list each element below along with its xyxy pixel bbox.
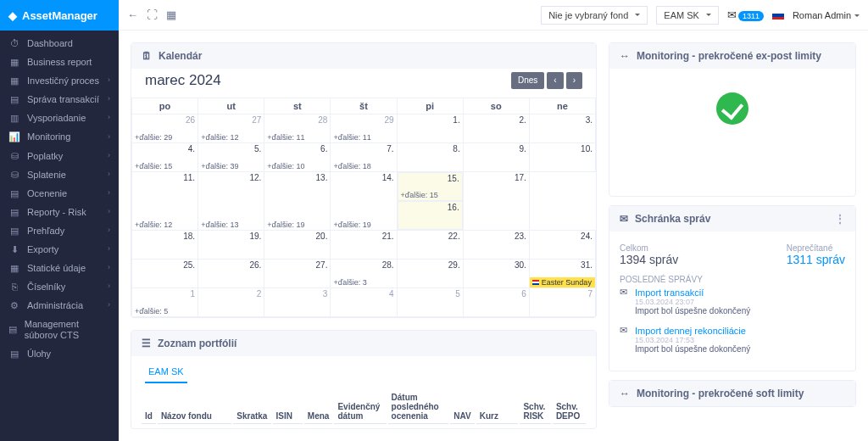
mail-icon[interactable]: ✉1311 [727, 8, 764, 21]
calendar-cell[interactable]: 30. [463, 260, 529, 288]
calendar-cell[interactable]: 23. [463, 231, 529, 260]
calendar-cell[interactable]: 3 [264, 288, 331, 317]
calendar-more-events[interactable]: +ďalšie: 39 [201, 162, 238, 170]
calendar-more-events[interactable]: +ďalšie: 11 [333, 133, 370, 142]
sidebar-item-preh-ady[interactable]: ▤Prehľady› [0, 221, 119, 240]
calendar-cell[interactable]: 1. [397, 114, 463, 143]
calendar-cell[interactable]: 12.+ďalšie: 13 [198, 172, 264, 231]
inbox-message[interactable]: Import transakcií15.03.2024 23:07Import … [620, 284, 845, 322]
fund-link[interactable]: Erste Asset Management GmbH, pobočka Slo… [161, 428, 222, 429]
calendar-cell[interactable]: 7.+ďalšie: 18 [331, 143, 397, 172]
message-title[interactable]: Import transakcií [635, 287, 845, 298]
calendar-cell[interactable]: 13.+ďalšie: 19 [264, 172, 331, 231]
calendar-more-events[interactable]: +ďalšie: 13 [201, 220, 238, 229]
calendar-cell[interactable]: 27+ďalšie: 12 [198, 114, 264, 143]
calendar-cell[interactable]: 26. [198, 260, 264, 288]
calendar-cell[interactable]: 3. [529, 114, 595, 143]
calendar-more-events[interactable]: +ďalšie: 3 [333, 278, 366, 287]
calendar-more-events[interactable]: +ďalšie: 15 [401, 191, 438, 199]
calendar-cell[interactable]: 19. [198, 231, 264, 260]
sidebar-item--seln-ky[interactable]: ⎘Číselníky› [0, 277, 119, 296]
sidebar-item-splatenie[interactable]: ⛁Splatenie› [0, 165, 119, 184]
today-button[interactable]: Dnes [511, 72, 544, 89]
calendar-cell[interactable]: 28+ďalšie: 11 [264, 114, 331, 143]
calendar-cell[interactable]: 15.+ďalšie: 15 [398, 172, 463, 201]
calendar-cell[interactable]: 2. [463, 114, 529, 143]
table-row[interactable]: 1Erste Asset Management GmbH, pobočka Sl… [142, 426, 586, 429]
calendar-cell[interactable]: 22. [397, 231, 463, 260]
inbox-message[interactable]: Import dennej rekonciliácie15.03.2024 17… [620, 322, 845, 360]
calendar-more-events[interactable]: +ďalšie: 5 [135, 307, 168, 315]
sidebar-item-statick-daje[interactable]: ▦Statické údaje› [0, 259, 119, 277]
calendar-cell[interactable]: 26+ďalšie: 29 [132, 114, 198, 143]
brand[interactable]: ◆ AssetManager [0, 0, 119, 31]
sidebar-item-poplatky[interactable]: ⛁Poplatky› [0, 147, 119, 165]
sidebar-item-business-report[interactable]: ▦Business report [0, 53, 119, 71]
next-month-button[interactable]: › [566, 72, 582, 89]
sidebar-item--lohy[interactable]: ▤Úlohy [0, 344, 119, 363]
calendar-more-events[interactable]: +ďalšie: 10 [267, 162, 304, 170]
calendar-cell[interactable]: 25. [132, 260, 198, 288]
calendar-more-events[interactable]: +ďalšie: 18 [333, 162, 370, 170]
sidebar-item-ocenenie[interactable]: ▤Ocenenie› [0, 184, 119, 203]
org-selector[interactable]: EAM SK [656, 6, 719, 25]
calendar-cell[interactable]: 9. [463, 143, 529, 172]
sidebar-item-exporty[interactable]: ⬇Exporty› [0, 240, 119, 259]
card-menu-icon[interactable]: ⋮ [835, 213, 845, 225]
sidebar-item-reporty-risk[interactable]: ▤Reporty - Risk› [0, 203, 119, 221]
calendar-cell[interactable]: 21. [331, 231, 397, 260]
nav-item-label: Reporty - Risk [27, 207, 86, 217]
calendar-cell[interactable]: 6.+ďalšie: 10 [264, 143, 331, 172]
calendar-cell[interactable]: 4 [331, 288, 397, 317]
calendar-cell[interactable]: 31.Easter Sunday [529, 260, 595, 288]
prev-month-button[interactable]: ‹ [547, 72, 563, 89]
user-menu[interactable]: Roman Admin [793, 10, 860, 20]
calendar-more-events[interactable]: +ďalšie: 19 [267, 220, 304, 229]
locale-flag-icon[interactable] [772, 11, 784, 20]
expand-icon[interactable]: ↔ [620, 50, 630, 62]
calendar-more-events[interactable]: +ďalšie: 11 [267, 133, 304, 142]
calendar-more-events[interactable]: +ďalšie: 12 [135, 220, 172, 229]
sidebar-item-vysporiadanie[interactable]: ▥Vysporiadanie› [0, 109, 119, 127]
message-title[interactable]: Import dennej rekonciliácie [635, 326, 845, 336]
calendar-cell[interactable]: 16. [398, 201, 463, 230]
calendar-more-events[interactable]: +ďalšie: 19 [333, 220, 370, 229]
calendar-cell[interactable]: 27. [264, 260, 331, 288]
calendar-cell[interactable]: 6 [463, 288, 529, 317]
brand-logo-icon: ◆ [8, 9, 17, 22]
calendar-cell[interactable]: 5 [397, 288, 463, 317]
inbox-unread-value[interactable]: 1311 správ [787, 253, 845, 266]
calendar-cell[interactable]: 28.+ďalšie: 3 [331, 260, 397, 288]
calendar-cell[interactable]: 29+ďalšie: 11 [331, 114, 397, 143]
calendar-event-bar[interactable]: Easter Sunday [530, 277, 595, 287]
sidebar-item-management-s-borov-cts[interactable]: ▤Management súborov CTS [0, 315, 119, 343]
calendar-cell[interactable]: 8. [397, 143, 463, 172]
calendar-cell[interactable]: 11.+ďalšie: 12 [132, 172, 198, 231]
sidebar-item-administr-cia[interactable]: ⚙Administrácia› [0, 296, 119, 315]
calendar-cell[interactable]: 14.+ďalšie: 19 [331, 172, 397, 231]
calendar-more-events[interactable]: +ďalšie: 12 [201, 133, 238, 142]
sidebar-item-investi-n-proces[interactable]: ▦Investičný proces› [0, 71, 119, 90]
fullscreen-icon[interactable]: ⛶ [147, 8, 158, 21]
sidebar-item-spr-va-transakci-[interactable]: ▤Správa transakcií› [0, 90, 119, 109]
calendar-cell[interactable]: 5.+ďalšie: 39 [198, 143, 264, 172]
calendar-cell[interactable]: 24. [529, 231, 595, 260]
calendar-cell[interactable]: 17. [463, 172, 529, 231]
calendar-cell[interactable]: 2 [198, 288, 264, 317]
expand-icon[interactable]: ↔ [620, 388, 630, 399]
calendar-cell[interactable]: 10. [529, 143, 595, 172]
calendar-cell[interactable]: 18. [132, 231, 198, 260]
calendar-cell[interactable]: 1+ďalšie: 5 [132, 288, 198, 317]
apps-icon[interactable]: ▦ [166, 8, 176, 21]
calendar-cell[interactable]: 7 [529, 288, 595, 317]
calendar-more-events[interactable]: +ďalšie: 15 [135, 162, 172, 170]
calendar-more-events[interactable]: +ďalšie: 29 [135, 133, 172, 142]
portfolio-tab[interactable]: EAM SK [145, 361, 187, 383]
fund-selector[interactable]: Nie je vybraný fond [541, 6, 648, 25]
calendar-cell[interactable]: 29. [397, 260, 463, 288]
back-icon[interactable]: ← [127, 8, 138, 21]
sidebar-item-dashboard[interactable]: ⏱Dashboard [0, 34, 119, 53]
sidebar-item-monitoring[interactable]: 📊Monitoring› [0, 127, 119, 146]
calendar-cell[interactable]: 4.+ďalšie: 15 [132, 143, 198, 172]
calendar-cell[interactable]: 20. [264, 231, 331, 260]
